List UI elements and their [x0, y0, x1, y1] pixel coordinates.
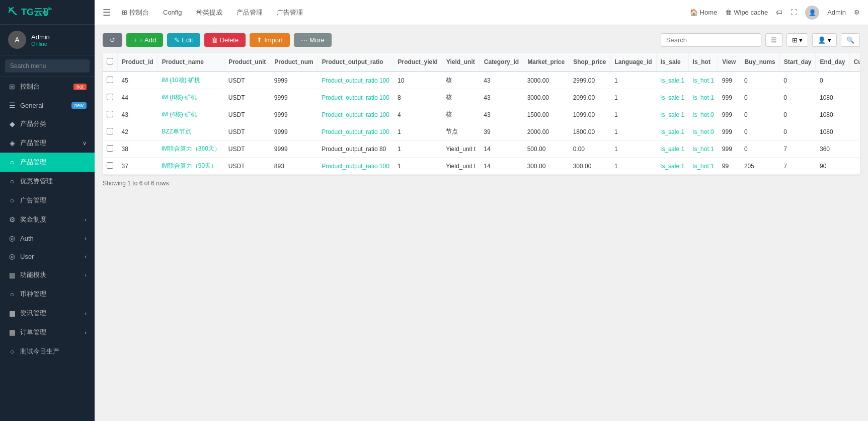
sidebar-item-bonus[interactable]: ⚙ 奖金制度 ‹ — [0, 210, 95, 229]
row-checkbox[interactable] — [107, 111, 113, 117]
row-checkbox[interactable] — [107, 128, 113, 134]
sidebar-item-features[interactable]: ▦ 功能模块 ‹ — [0, 265, 95, 285]
row-checkbox[interactable] — [107, 145, 113, 152]
sidebar-item-label: 奖金制度 — [20, 215, 46, 224]
topnav-admin-link[interactable]: Admin — [827, 9, 846, 16]
toolbar: ↺ + + Add ✎ Edit 🗑 Delete ⬆ Import ⋯ Mor… — [103, 33, 860, 47]
row-product-name[interactable]: BZZ单节点 — [157, 123, 224, 141]
coupon-icon: ○ — [8, 177, 16, 185]
general-icon: ☰ — [8, 101, 16, 109]
add-button[interactable]: + + Add — [126, 33, 163, 47]
row-checkbox[interactable] — [107, 162, 113, 169]
sidebar-item-ad[interactable]: ○ 广告管理 — [0, 191, 95, 210]
search-menu-input[interactable] — [5, 59, 90, 73]
topnav-species-label: 种类提成 — [196, 8, 222, 17]
row-language-id: 1 — [610, 89, 656, 106]
sidebar-item-dashboard[interactable]: ⊞ 控制台 hot — [0, 77, 95, 96]
sidebar-item-product-management[interactable]: ○ 产品管理 — [0, 153, 95, 172]
edit-button[interactable]: ✎ Edit — [167, 33, 200, 47]
delete-button[interactable]: 🗑 Delete — [204, 33, 246, 47]
row-output-ratio[interactable]: Product_output_ratio 80 — [318, 141, 393, 158]
toolbar-right: ☰ ⊞ ▾ 👤 ▾ 🔍 — [661, 33, 860, 47]
col-end-day: End_day — [816, 53, 849, 72]
col-yield-unit: Yield_unit — [442, 53, 480, 72]
topnav-expand-link[interactable]: ⛶ — [791, 9, 797, 16]
row-is-hot[interactable]: Is_hot 1 — [688, 141, 718, 158]
topnav: ☰ ⊞ 控制台 Config 种类提成 产品管理 广告管理 🏠 Home 🗑 W… — [95, 0, 868, 25]
import-button[interactable]: ⬆ Import — [250, 33, 290, 47]
menu-toggle-icon[interactable]: ☰ — [103, 7, 111, 18]
topnav-config-label: Config — [163, 9, 182, 16]
list-view-button[interactable]: ☰ — [765, 33, 782, 47]
sidebar-item-label: Auth — [20, 235, 34, 242]
row-is-hot[interactable]: Is_hot 1 — [688, 89, 718, 106]
row-end-day: 0 — [816, 72, 849, 89]
user-icon: ◎ — [8, 252, 16, 260]
sidebar-item-auth[interactable]: ◎ Auth ‹ — [0, 229, 95, 247]
data-table-container: Product_id Product_name Product_unit Pro… — [103, 53, 860, 175]
topnav-config[interactable]: Config — [160, 7, 185, 18]
topnav-settings-link[interactable]: ⚙ — [854, 9, 860, 16]
row-output-ratio[interactable]: Product_output_ratio 100 — [318, 123, 393, 141]
sidebar-item-test[interactable]: ○ 测试今日生产 — [0, 342, 95, 361]
topnav-ad[interactable]: 广告管理 — [274, 6, 306, 19]
row-is-hot[interactable]: Is_hot 0 — [688, 106, 718, 123]
search-input[interactable] — [661, 33, 761, 47]
sidebar-item-label: 产品管理 — [20, 158, 46, 167]
row-product-name[interactable]: iM (8核) 矿机 — [157, 89, 224, 106]
row-is-sale[interactable]: Is_sale 1 — [656, 158, 688, 175]
row-is-sale[interactable]: Is_sale 1 — [656, 72, 688, 89]
row-is-sale[interactable]: Is_sale 1 — [656, 123, 688, 141]
topnav-home-link[interactable]: 🏠 Home — [690, 9, 718, 16]
topnav-dashboard[interactable]: ⊞ 控制台 — [119, 6, 152, 19]
app-logo: ⛏ TG云矿 — [0, 0, 95, 25]
more-button[interactable]: ⋯ More — [294, 33, 332, 47]
row-yield: 4 — [393, 106, 442, 123]
topnav-wipe-cache-link[interactable]: 🗑 Wipe cache — [725, 9, 768, 16]
topnav-icons-link[interactable]: 🏷 — [776, 9, 782, 16]
sidebar-item-product-mgmt-parent[interactable]: ◈ 产品管理 ∨ — [0, 133, 95, 153]
advanced-search-button[interactable]: 🔍 — [841, 33, 860, 47]
row-output-ratio[interactable]: Product_output_ratio 100 — [318, 89, 393, 106]
row-output-ratio[interactable]: Product_output_ratio 100 — [318, 106, 393, 123]
product-management-icon: ○ — [8, 158, 16, 166]
row-product-unit: USDT — [224, 106, 270, 123]
row-output-ratio[interactable]: Product_output_ratio 100 — [318, 72, 393, 89]
row-yield: 1 — [393, 141, 442, 158]
refresh-button[interactable]: ↺ — [103, 33, 122, 47]
row-product-name[interactable]: iM联合算力（90天） — [157, 158, 224, 175]
row-output-ratio[interactable]: Product_output_ratio 100 — [318, 158, 393, 175]
table-scroll[interactable]: Product_id Product_name Product_unit Pro… — [103, 53, 860, 175]
row-is-hot[interactable]: Is_hot 1 — [688, 72, 718, 89]
row-end-day: 1080 — [816, 89, 849, 106]
row-checkbox[interactable] — [107, 94, 113, 100]
row-checkbox[interactable] — [107, 77, 113, 83]
row-curr — [849, 158, 860, 175]
row-end-day: 1080 — [816, 123, 849, 141]
select-all-checkbox[interactable] — [107, 58, 113, 64]
sidebar-item-coin[interactable]: ○ 币种管理 — [0, 285, 95, 304]
sidebar-item-general[interactable]: ☰ General new — [0, 96, 95, 114]
user-filter-button[interactable]: 👤 ▾ — [812, 33, 837, 47]
row-product-name[interactable]: iM联合算力（360天） — [157, 141, 224, 158]
grid-view-button[interactable]: ⊞ ▾ — [786, 33, 809, 47]
row-product-name[interactable]: iM (10核) 矿机 — [157, 72, 224, 89]
row-product-name[interactable]: iM (4核) 矿机 — [157, 106, 224, 123]
row-curr — [849, 141, 860, 158]
row-is-hot[interactable]: Is_hot 1 — [688, 158, 718, 175]
sidebar-item-label: 币种管理 — [20, 290, 46, 299]
sidebar-item-order[interactable]: ▦ 订单管理 ‹ — [0, 323, 95, 342]
row-is-sale[interactable]: Is_sale 1 — [656, 141, 688, 158]
sidebar-item-product-category[interactable]: ◆ 产品分类 — [0, 114, 95, 133]
topnav-species[interactable]: 种类提成 — [193, 6, 225, 19]
sidebar-item-user[interactable]: ◎ User ‹ — [0, 247, 95, 265]
row-yield: 1 — [393, 123, 442, 141]
sidebar-item-news[interactable]: ▦ 资讯管理 ‹ — [0, 304, 95, 323]
sidebar: ⛏ TG云矿 A Admin Online ⊞ 控制台 hot ☰ Genera… — [0, 0, 95, 421]
topnav-product[interactable]: 产品管理 — [233, 6, 266, 19]
sidebar-item-coupon[interactable]: ○ 优惠券管理 — [0, 172, 95, 191]
row-is-hot[interactable]: Is_hot 0 — [688, 123, 718, 141]
row-is-sale[interactable]: Is_sale 1 — [656, 106, 688, 123]
chevron-down-icon: ∨ — [83, 140, 87, 147]
row-is-sale[interactable]: Is_sale 1 — [656, 89, 688, 106]
